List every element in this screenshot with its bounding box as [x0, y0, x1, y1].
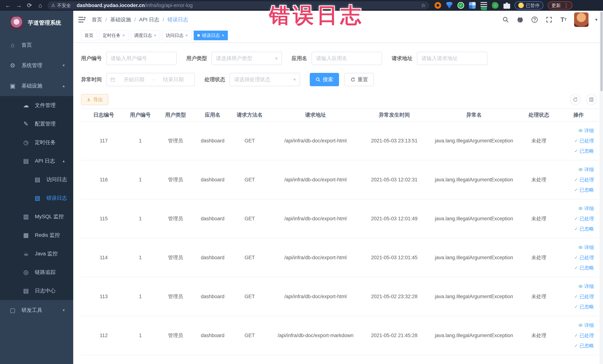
update-badge[interactable]: 更新 ⋮: [548, 1, 572, 10]
cell-status: 未处理: [519, 332, 558, 339]
app-logo-row[interactable]: 芋道管理系统: [0, 11, 73, 35]
cell-exception: java.lang.IllegalArgumentException: [429, 333, 519, 338]
bookmark-star-icon[interactable]: ☆: [421, 2, 426, 9]
request-url-input[interactable]: 请输入请求地址: [417, 52, 487, 65]
date-start-placeholder[interactable]: 开始日期: [116, 76, 151, 83]
action-ignored[interactable]: ✓已忽略: [574, 265, 594, 271]
app-name-input[interactable]: 请输入应用名: [312, 52, 382, 65]
sidebar-item-redis-monitor[interactable]: ▦Redis 监控: [0, 226, 73, 244]
url-domain: dashboard.yudao.iocoder.cn: [77, 3, 145, 8]
back-icon[interactable]: ←: [3, 2, 13, 9]
tab-error-log[interactable]: 错误日志×: [194, 31, 228, 40]
tab-home[interactable]: 首页: [81, 31, 97, 40]
extension-icon-check[interactable]: [457, 2, 464, 9]
action-processed[interactable]: ✓已处理: [574, 293, 594, 300]
extension-icon-plant[interactable]: [492, 2, 499, 9]
refresh-button[interactable]: [570, 94, 581, 105]
action-detail[interactable]: 详细: [578, 127, 594, 134]
fullscreen-icon[interactable]: [545, 16, 553, 23]
close-icon[interactable]: ×: [154, 33, 156, 38]
extension-icon-orange[interactable]: [434, 2, 441, 9]
font-size-icon[interactable]: TT: [560, 16, 568, 23]
action-detail[interactable]: 详细: [578, 244, 594, 251]
chevron-down-icon[interactable]: ▾: [595, 17, 597, 22]
breadcrumb-api-log[interactable]: API 日志: [139, 16, 159, 23]
action-ignored[interactable]: ✓已忽略: [574, 342, 594, 349]
security-label[interactable]: 不安全: [57, 2, 71, 9]
help-icon[interactable]: [531, 16, 538, 23]
sidebar-item-config-management[interactable]: ✎配置管理: [0, 115, 73, 133]
table-header-cell: 操作: [558, 111, 599, 118]
sidebar-item-access-log[interactable]: ▤访问日志: [0, 170, 73, 189]
hamburger-icon[interactable]: [78, 16, 86, 23]
user-id-input[interactable]: 请输入用户编号: [106, 52, 177, 65]
action-ignored[interactable]: ✓已忽略: [574, 304, 594, 310]
column-settings-button[interactable]: [586, 94, 597, 105]
extension-icon-shield[interactable]: [446, 2, 453, 9]
chevron-up-icon: ▴: [63, 83, 65, 88]
tab-schedule-log[interactable]: 调度日志×: [131, 31, 160, 40]
close-icon[interactable]: ×: [222, 33, 224, 38]
home-icon[interactable]: ⌂: [35, 2, 46, 9]
export-button[interactable]: 导出: [81, 94, 108, 105]
date-range-picker[interactable]: 开始日期 - 结束日期: [106, 73, 195, 86]
github-icon[interactable]: [516, 16, 524, 23]
cell-app: dashboard: [197, 294, 228, 299]
user-type-select[interactable]: 请选择用户类型▾: [211, 52, 282, 65]
action-processed[interactable]: ✓已处理: [574, 176, 594, 183]
sidebar-item-infrastructure[interactable]: ▣基础设施▴: [0, 76, 73, 96]
action-processed[interactable]: ✓已处理: [574, 215, 594, 222]
reload-icon[interactable]: ⟳: [24, 2, 35, 9]
sidebar-item-dev-tools[interactable]: ▢研发工具▾: [0, 300, 73, 320]
search-icon[interactable]: [502, 16, 510, 23]
breadcrumb-infrastructure[interactable]: 基础设施: [110, 16, 131, 23]
app-logo: [10, 17, 23, 29]
sidebar-item-mysql-monitor[interactable]: ▥MySQL 监控: [0, 207, 73, 226]
extension-icon-grid[interactable]: [469, 2, 476, 9]
breadcrumb-home[interactable]: 首页: [92, 16, 102, 23]
sidebar-item-home[interactable]: ⌂首页: [0, 35, 73, 55]
sidebar-item-system-management[interactable]: ⚙系统管理▾: [0, 55, 73, 76]
filter-app-name: 应用名请输入应用名: [291, 52, 382, 65]
menu-kebab-icon[interactable]: ⋮: [564, 2, 569, 8]
placeholder-text: 请选择用户类型: [216, 55, 252, 62]
action-processed[interactable]: ✓已处理: [574, 332, 594, 339]
sidebar-item-log-center[interactable]: ▤日志中心: [0, 282, 73, 300]
forward-icon[interactable]: →: [13, 2, 24, 9]
action-ignored[interactable]: ✓已忽略: [574, 148, 594, 154]
action-detail[interactable]: 详细: [578, 166, 594, 173]
action-detail[interactable]: 详细: [578, 322, 594, 329]
reset-button[interactable]: 重置: [345, 73, 374, 86]
action-processed[interactable]: ✓已处理: [574, 254, 594, 261]
address-bar[interactable]: ⚠ 不安全 dashboard.yudao.iocoder.cn /infra/…: [47, 1, 429, 10]
sidebar-item-error-log[interactable]: ▧错误日志: [0, 189, 73, 207]
process-status-select[interactable]: 请选择处理状态 ▾: [230, 73, 300, 86]
sidebar-item-api-log[interactable]: ▤API 日志▴: [0, 152, 73, 170]
page-scrollbar[interactable]: [600, 11, 603, 364]
action-label: 已忽略: [580, 265, 594, 271]
close-icon[interactable]: ×: [185, 33, 188, 38]
search-button[interactable]: 搜索: [310, 73, 339, 86]
extension-icon-lines[interactable]: [480, 2, 487, 9]
sidebar-item-file-management[interactable]: ☁文件管理: [0, 96, 73, 115]
sidebar-item-link-trace[interactable]: ◎链路追踪: [0, 263, 73, 282]
close-icon[interactable]: ×: [122, 33, 125, 38]
filter-process-status: 处理状态 请选择处理状态 ▾: [204, 73, 300, 86]
date-end-placeholder[interactable]: 结束日期: [156, 76, 191, 83]
scrollbar-thumb[interactable]: [600, 12, 603, 91]
tab-access-log[interactable]: 访问日志×: [162, 31, 191, 40]
paused-badge[interactable]: 已暂停: [515, 1, 543, 10]
search-button-label: 搜索: [323, 76, 333, 83]
action-detail[interactable]: 详细: [578, 283, 594, 290]
action-detail[interactable]: 详细: [578, 205, 594, 212]
home-icon: ⌂: [9, 42, 16, 48]
sidebar-item-scheduled-tasks[interactable]: ◷定时任务: [0, 133, 73, 152]
extensions-puzzle-icon[interactable]: [503, 2, 510, 9]
filter-user-id: 用户编号请输入用户编号: [81, 52, 177, 65]
avatar[interactable]: [574, 12, 589, 27]
sidebar-item-java-monitor[interactable]: ☕Java 监控: [0, 244, 73, 263]
action-ignored[interactable]: ✓已忽略: [574, 187, 594, 193]
action-ignored[interactable]: ✓已忽略: [574, 226, 594, 232]
tab-scheduled-tasks[interactable]: 定时任务×: [99, 31, 128, 40]
action-processed[interactable]: ✓已处理: [574, 138, 594, 144]
